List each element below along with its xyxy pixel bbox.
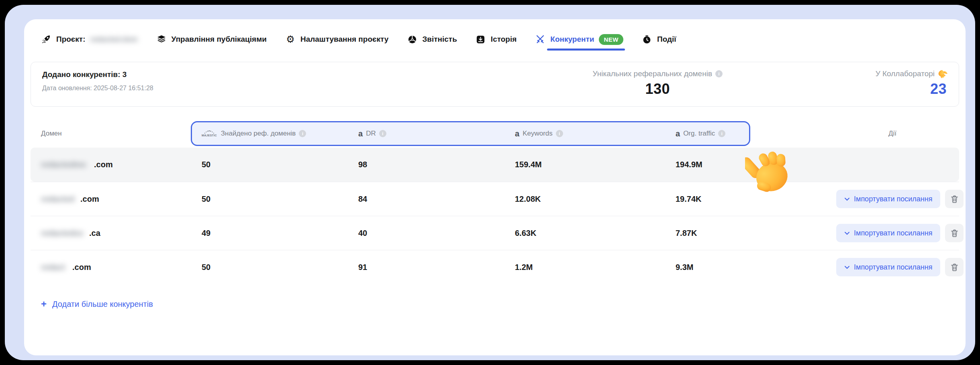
nav-label: Звітність: [422, 35, 457, 44]
info-icon[interactable]: i: [299, 130, 306, 137]
actions-cell: Імпортувати посилання: [836, 190, 964, 208]
crossed-swords-icon: [535, 34, 545, 45]
table-row[interactable]: redact .com 50 91 1.2M 9.3M Імпортувати …: [31, 250, 959, 284]
domain-suffix: .com: [72, 263, 91, 272]
domain-cell: redactedxx .ca: [41, 229, 202, 238]
trash-icon: [951, 264, 958, 271]
ahrefs-logo-icon: a: [676, 130, 680, 138]
add-more-competitors-link[interactable]: + Додати більше конкурентів: [41, 299, 153, 309]
pie-report-icon: [407, 34, 417, 45]
dr-value: 40: [358, 229, 515, 238]
import-links-button[interactable]: Імпортувати посилання: [836, 190, 940, 208]
nav-reports[interactable]: Звітність: [407, 34, 457, 45]
domain-redacted: redactedme: [41, 160, 94, 169]
column-header-dr[interactable]: a DR i: [358, 130, 515, 138]
trash-icon: [951, 229, 958, 237]
page-background: Проєкт: redacted.dom Управління публікац…: [5, 5, 975, 360]
info-icon[interactable]: i: [718, 130, 725, 137]
info-icon[interactable]: i: [379, 130, 386, 137]
nav-events[interactable]: Події: [642, 34, 676, 45]
org-traffic-value: 7.87K: [676, 229, 836, 238]
actions-cell: Імпортувати посилання: [836, 224, 964, 242]
nav-label: Події: [657, 35, 676, 44]
collaborator-block: У Коллабораторі 23: [876, 69, 947, 97]
chevron-down-icon: [844, 197, 850, 201]
nav-project-settings[interactable]: ⚙ Налаштування проєкту: [285, 34, 388, 45]
nav-publications[interactable]: Управління публікаціями: [156, 34, 267, 45]
found-refs-value: 50: [202, 160, 358, 169]
keywords-value: 12.08K: [515, 195, 676, 204]
collaborator-value: 23: [930, 81, 947, 97]
plus-icon: +: [41, 299, 47, 309]
stats-summary-card: Додано конкурентів: 3 Дата оновлення: 20…: [31, 62, 959, 107]
domain-redacted: redacted: [41, 195, 80, 204]
added-competitors-label: Додано конкурентів:: [42, 70, 120, 79]
project-domain-redacted: redacted.dom: [90, 35, 138, 44]
info-icon[interactable]: i: [556, 130, 563, 137]
unique-ref-domains-label: Унікальних реферальних доменів: [592, 69, 712, 78]
domain-cell: redacted .com: [41, 195, 202, 204]
pointing-down-finger-icon: [936, 68, 949, 80]
ahrefs-logo-icon: a: [358, 130, 363, 138]
found-refs-value: 50: [202, 195, 358, 204]
nav-label: Історія: [491, 35, 517, 44]
delete-competitor-button[interactable]: [945, 190, 964, 208]
column-header-found-refs[interactable]: MAJESTIC Знайдено реф. доменів i: [202, 130, 358, 138]
dr-value: 91: [358, 263, 515, 272]
table-header-row: Домен MAJESTIC Знайдено реф. доменів i a…: [31, 120, 959, 148]
org-traffic-value: 194.9M: [676, 160, 836, 169]
keywords-value: 1.2M: [515, 263, 676, 272]
domain-redacted: redact: [41, 263, 72, 272]
nav-label: Управління публікаціями: [172, 35, 267, 44]
main-card: Проєкт: redacted.dom Управління публікац…: [24, 19, 966, 355]
top-navigation: Проєкт: redacted.dom Управління публікац…: [24, 29, 966, 50]
column-header-org-traffic[interactable]: a Org. traffic i: [676, 130, 836, 138]
history-download-icon: [476, 34, 486, 45]
column-header-keywords[interactable]: a Keywords i: [515, 130, 676, 138]
domain-suffix: .com: [80, 195, 99, 204]
delete-competitor-button[interactable]: [945, 258, 964, 276]
domain-cell: redactedme .com: [41, 160, 202, 169]
update-date-text: Дата оновлення: 2025-08-27 16:51:28: [42, 85, 153, 92]
stopwatch-icon: [642, 34, 652, 45]
found-refs-value: 49: [202, 229, 358, 238]
found-refs-value: 50: [202, 263, 358, 272]
active-tab-underline: [547, 49, 625, 51]
layers-icon: [156, 34, 167, 45]
unique-ref-domains-value: 130: [645, 81, 670, 97]
dr-value: 84: [358, 195, 515, 204]
info-icon[interactable]: i: [715, 70, 723, 77]
actions-cell: Імпортувати посилання: [836, 258, 964, 276]
nav-competitors[interactable]: Конкуренти NEW: [535, 34, 623, 45]
import-links-button[interactable]: Імпортувати посилання: [836, 258, 940, 276]
unique-ref-domains-block: Унікальних реферальних доменів i 130: [592, 69, 723, 97]
table-row[interactable]: redacted .com 50 84 12.08K 19.74K Імпорт…: [31, 182, 959, 216]
competitors-table: Домен MAJESTIC Знайдено реф. доменів i a…: [31, 120, 959, 284]
trash-icon: [951, 195, 958, 203]
table-row[interactable]: redactedxx .ca 49 40 6.63K 7.87K Імпорту…: [31, 216, 959, 250]
keywords-value: 6.63K: [515, 229, 676, 238]
table-row[interactable]: redactedme .com 50 98 159.4M 194.9M: [31, 148, 959, 182]
org-traffic-value: 9.3M: [676, 263, 836, 272]
dr-value: 98: [358, 160, 515, 169]
import-links-button[interactable]: Імпортувати посилання: [836, 224, 940, 242]
collaborator-label: У Коллабораторі: [876, 69, 935, 78]
nav-history[interactable]: Історія: [476, 34, 517, 45]
column-header-domain[interactable]: Домен: [41, 130, 202, 138]
chevron-down-icon: [844, 231, 850, 235]
delete-competitor-button[interactable]: [945, 224, 964, 242]
nav-label: Налаштування проєкту: [300, 35, 388, 44]
competitors-added-block: Додано конкурентів: 3 Дата оновлення: 20…: [42, 70, 153, 92]
domain-suffix: .com: [94, 160, 113, 169]
domain-suffix: .ca: [89, 229, 100, 238]
column-header-actions: Дії: [836, 130, 949, 138]
nav-project[interactable]: Проєкт: redacted.dom: [41, 34, 138, 45]
majestic-logo-icon: MAJESTIC: [202, 130, 217, 137]
rocket-icon: [41, 34, 51, 45]
keywords-value: 159.4M: [515, 160, 676, 169]
project-label: Проєкт:: [56, 35, 86, 44]
gear-icon: ⚙: [285, 34, 296, 45]
chevron-down-icon: [844, 266, 850, 269]
added-competitors-value: 3: [122, 70, 127, 79]
ahrefs-logo-icon: a: [515, 130, 519, 138]
